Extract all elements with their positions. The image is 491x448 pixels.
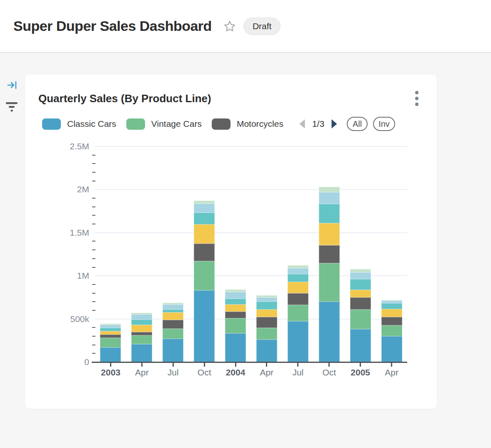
bar-segment[interactable] xyxy=(319,245,340,263)
bar-segment[interactable] xyxy=(319,302,340,362)
bar-segment[interactable] xyxy=(256,328,277,340)
x-axis-tick xyxy=(360,363,361,367)
legend-item-vintage-cars[interactable]: Vintage Cars xyxy=(126,118,202,130)
bar-segment[interactable] xyxy=(163,305,183,310)
bar-segment[interactable] xyxy=(319,192,340,204)
bar-segment[interactable] xyxy=(131,313,152,315)
bar-segment[interactable] xyxy=(350,279,371,290)
y-axis-minor-tick xyxy=(92,284,95,285)
bar-segment[interactable] xyxy=(131,320,152,325)
bar-segment[interactable] xyxy=(194,261,215,290)
bar-segment[interactable] xyxy=(256,297,277,302)
app-header: Super Duper Sales Dashboard Draft xyxy=(0,0,491,53)
bar-segment[interactable] xyxy=(381,336,402,362)
y-axis-tick-label: 2M xyxy=(49,184,89,194)
bar-segment[interactable] xyxy=(350,272,371,279)
y-axis-minor-tick xyxy=(92,327,95,328)
bar-segment[interactable] xyxy=(163,312,183,320)
bar-segment[interactable] xyxy=(288,274,308,282)
bar-segment[interactable] xyxy=(288,265,308,268)
bar-segment[interactable] xyxy=(100,324,121,325)
bar-segment[interactable] xyxy=(256,317,277,328)
bar-segment[interactable] xyxy=(319,187,340,192)
bar-segment[interactable] xyxy=(381,309,402,317)
bar-segment[interactable] xyxy=(381,300,402,301)
bar-segment[interactable] xyxy=(256,302,277,310)
bar-segment[interactable] xyxy=(163,320,183,329)
filter-button[interactable] xyxy=(5,101,19,115)
bar-segment[interactable] xyxy=(163,329,183,339)
bar-segment[interactable] xyxy=(194,201,215,204)
bar-segment[interactable] xyxy=(381,301,402,303)
bar-segment[interactable] xyxy=(131,335,152,344)
bar-segment[interactable] xyxy=(100,338,121,347)
bar-segment[interactable] xyxy=(194,213,215,224)
legend-item-classic-cars[interactable]: Classic Cars xyxy=(42,118,116,130)
y-axis-minor-tick xyxy=(92,267,95,268)
bar-segment[interactable] xyxy=(225,289,246,292)
bar-segment[interactable] xyxy=(319,223,340,245)
bar-segment[interactable] xyxy=(225,292,246,299)
x-axis-tick xyxy=(235,363,236,367)
bar-segment[interactable] xyxy=(194,204,215,213)
bar-segment[interactable] xyxy=(381,317,402,325)
bar-segment[interactable] xyxy=(288,282,308,293)
bar-segment[interactable] xyxy=(100,335,121,338)
bar-segment[interactable] xyxy=(163,339,183,362)
x-axis-tick xyxy=(173,363,174,367)
bar-segment[interactable] xyxy=(381,303,402,309)
bar-segment[interactable] xyxy=(131,344,152,362)
bar-segment[interactable] xyxy=(100,328,121,331)
legend-item-label: Classic Cars xyxy=(67,119,116,129)
legend-color-chip xyxy=(212,118,230,130)
bar-segment[interactable] xyxy=(288,321,308,362)
legend-item-motorcycles[interactable]: Motorcycles xyxy=(212,118,283,130)
bar-segment[interactable] xyxy=(225,318,246,333)
bar-segment[interactable] xyxy=(350,290,371,297)
bar-segment[interactable] xyxy=(225,299,246,305)
bar-segment[interactable] xyxy=(288,305,308,321)
bar-segment[interactable] xyxy=(194,290,215,362)
bar-segment[interactable] xyxy=(194,244,215,261)
y-axis-minor-tick xyxy=(92,258,95,259)
bar-segment[interactable] xyxy=(163,303,183,305)
bar-segment[interactable] xyxy=(350,297,371,310)
bar-segment[interactable] xyxy=(350,269,371,272)
bar-segment[interactable] xyxy=(319,263,340,302)
bar-segment[interactable] xyxy=(163,310,183,312)
legend-item-label: Motorcycles xyxy=(237,119,283,129)
bar-segment[interactable] xyxy=(225,333,246,362)
y-axis-tick-label: 500k xyxy=(49,314,89,324)
bar-segment[interactable] xyxy=(381,325,402,336)
bar-segment[interactable] xyxy=(100,331,121,335)
collapse-panel-button[interactable] xyxy=(5,79,19,93)
bar-segment[interactable] xyxy=(350,310,371,329)
status-badge: Draft xyxy=(243,18,281,35)
bar-segment[interactable] xyxy=(131,332,152,335)
legend-row: Classic CarsVintage CarsMotorcycles 1/3 … xyxy=(42,116,414,131)
bar-segment[interactable] xyxy=(100,325,121,328)
bar-segment[interactable] xyxy=(256,310,277,317)
more-options-button[interactable] xyxy=(409,89,424,110)
bar-segment[interactable] xyxy=(256,295,277,297)
bar-segment[interactable] xyxy=(319,204,340,223)
bar-segment[interactable] xyxy=(225,305,246,312)
legend-pager: 1/3 xyxy=(298,118,339,129)
legend-prev-button[interactable] xyxy=(298,118,307,129)
bar-segment[interactable] xyxy=(131,315,152,320)
invert-selection-button[interactable]: Inv xyxy=(373,117,395,131)
bar-segment[interactable] xyxy=(100,347,121,362)
bar-segment[interactable] xyxy=(225,312,246,318)
bar-segment[interactable] xyxy=(350,329,371,362)
legend-next-button[interactable] xyxy=(330,118,339,129)
x-axis-tick xyxy=(391,363,392,367)
bar-segment[interactable] xyxy=(288,268,308,274)
select-all-button[interactable]: All xyxy=(347,117,368,131)
x-axis-tick xyxy=(328,363,330,367)
bar-segment[interactable] xyxy=(131,325,152,332)
bar-segment[interactable] xyxy=(194,224,215,244)
favorite-star-icon[interactable] xyxy=(223,19,237,33)
bar-segment[interactable] xyxy=(288,293,308,305)
x-axis-tick xyxy=(141,363,143,367)
bar-segment[interactable] xyxy=(256,340,277,362)
